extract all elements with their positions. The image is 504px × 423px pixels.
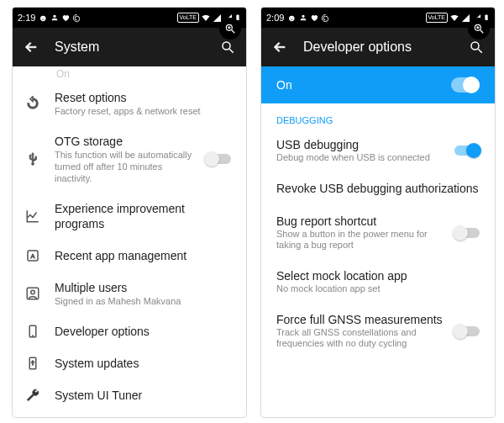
item-title: Bug report shortcut [276,214,446,229]
person-icon [299,13,307,22]
item-subtitle: Show a button in the power menu for taki… [276,229,446,251]
svg-text:A: A [30,252,34,260]
item-subtitle: Signed in as Mahesh Makvana [55,295,234,307]
reset-icon [24,96,41,111]
wifi-icon [201,13,211,23]
zoom-overlay[interactable] [468,18,490,40]
item-subtitle: Track all GNSS constellations and freque… [276,327,446,349]
heart-icon [310,13,318,22]
usb-icon [24,151,41,167]
item-multiple-users[interactable]: Multiple usersSigned in as Mahesh Makvan… [13,272,246,315]
wifi-icon [449,13,459,23]
header-title: Developer options [303,40,453,55]
item-developer-options[interactable]: Developer options [13,315,246,347]
item-reset-options[interactable]: Reset optionsFactory reset, apps & netwo… [13,82,246,125]
item-title: Force full GNSS measurements [276,313,446,327]
item-otg-storage[interactable]: OTG storageThis function will be automat… [13,125,246,193]
item-title: System UI Tuner [55,388,234,403]
item-title: Select mock location app [276,269,480,283]
item-title: Reset options [55,90,234,105]
item-recent-app[interactable]: A Recent app management [13,240,246,272]
item-subtitle: No mock location app set [276,283,480,294]
item-title: Experience improvement programs [55,201,234,231]
item-title: OTG storage [55,134,192,149]
face-icon: ☻ [38,13,48,23]
svg-line-1 [232,30,235,34]
item-title: Recent app management [55,248,234,263]
otg-toggle[interactable] [206,154,231,164]
search-icon[interactable] [468,39,485,56]
users-icon [24,286,41,301]
cutoff-label: On [13,66,246,82]
gnss-toggle[interactable] [454,326,480,336]
update-icon [24,356,41,371]
item-mock-location[interactable]: Select mock location appNo mock location… [261,260,495,304]
item-experience-programs[interactable]: Experience improvement programs [13,193,246,240]
chart-icon [24,209,41,224]
face-icon: ☻ [286,13,297,23]
phone-system: 2:19 ☻ VoLTE System On Reset optionsFact… [12,7,247,418]
item-gnss[interactable]: Force full GNSS measurementsTrack all GN… [261,304,495,358]
search-icon[interactable] [219,39,236,56]
back-icon[interactable] [271,39,288,56]
master-toggle-label: On [276,78,292,92]
recent-icon: A [24,248,41,263]
status-bar: 2:19 ☻ VoLTE [13,8,246,28]
svg-line-5 [229,49,234,53]
section-label: DEBUGGING [261,103,495,129]
item-title: Multiple users [55,280,234,295]
item-subtitle: Debug mode when USB is connected [276,152,446,163]
item-subtitle: Factory reset, apps & network reset [55,105,234,117]
item-title: Developer options [55,324,234,339]
signal-icon [213,13,222,23]
item-usb-debugging[interactable]: USB debuggingDebug mode when USB is conn… [261,129,495,172]
svg-line-14 [480,30,484,34]
back-icon[interactable] [23,39,39,56]
svg-point-4 [223,42,230,50]
phone-icon [24,324,41,339]
svg-line-18 [478,49,482,53]
status-time: 2:19 [18,13,35,23]
header-bar: System [13,28,246,66]
settings-list: On Reset optionsFactory reset, apps & ne… [13,66,246,417]
item-bug-report-shortcut[interactable]: Bug report shortcutShow a button in the … [261,205,495,260]
zoom-overlay[interactable] [219,18,241,40]
item-system-ui-tuner[interactable]: System UI Tuner [13,379,246,411]
person-icon [50,13,59,22]
heart-icon [61,13,70,22]
signal-icon [461,13,470,23]
header-title: System [55,40,204,55]
phone-developer-options: 2:09 ☻ VoLTE Developer options On DEBUGG… [260,7,496,418]
item-title: System updates [55,356,234,371]
item-subtitle: This function will be automatically turn… [55,149,192,184]
master-toggle-bar[interactable]: On [261,66,495,103]
master-toggle-switch[interactable] [451,77,480,93]
volte-badge: VoLTE [177,13,200,23]
swirl-icon [72,13,81,23]
bug-report-toggle[interactable] [454,228,480,238]
svg-point-17 [471,42,479,50]
wrench-icon [24,388,41,403]
item-title: Revoke USB debugging authorizations [276,182,480,196]
usb-debugging-toggle[interactable] [454,145,480,156]
item-title: USB debugging [276,138,446,152]
swirl-icon [321,13,330,23]
status-time: 2:09 [266,13,284,23]
svg-point-9 [31,290,35,294]
volte-badge: VoLTE [426,13,449,23]
item-revoke-usb[interactable]: Revoke USB debugging authorizations [261,172,495,205]
status-bar: 2:09 ☻ VoLTE [261,8,495,28]
svg-point-11 [32,336,34,337]
header-bar: Developer options [261,28,495,66]
item-system-updates[interactable]: System updates [13,347,246,379]
